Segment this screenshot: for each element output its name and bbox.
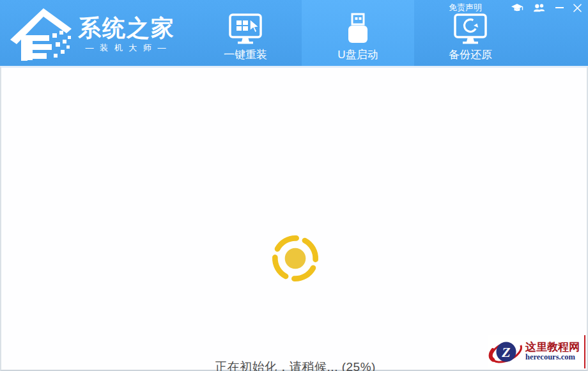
close-icon [573, 4, 582, 12]
loading-spinner-icon [265, 228, 326, 289]
graduation-cap-icon[interactable] [511, 3, 523, 13]
usb-drive-icon [339, 12, 376, 47]
watermark-z-logo-icon: Z [488, 336, 524, 368]
brand-house-logo-icon [9, 3, 73, 62]
minimize-button[interactable] [555, 7, 564, 8]
watermark-site-name: 这里教程网 [525, 342, 580, 354]
tab-usb-boot[interactable]: U盘启动 [302, 0, 414, 66]
brand-text: 系统之家 — 装 机 大 师 — [78, 15, 175, 54]
close-button[interactable] [573, 4, 582, 12]
app-window: 系统之家 — 装 机 大 师 — 一键重装 [0, 0, 588, 371]
brand: 系统之家 — 装 机 大 师 — [9, 3, 175, 62]
titlebar-controls: 免责声明 [449, 3, 582, 13]
users-icon[interactable] [533, 3, 546, 12]
brand-title: 系统之家 [78, 15, 175, 41]
watermark-site-url: herecours.com [525, 353, 580, 362]
watermark-right-border [584, 335, 585, 368]
minimize-icon [555, 7, 564, 8]
titlebar: 系统之家 — 装 机 大 师 — 一键重装 [0, 0, 588, 66]
watermark-logo-letter: Z [501, 344, 510, 360]
brand-subtitle: — 装 机 大 师 — [78, 42, 175, 54]
monitor-windows-icon [227, 12, 264, 47]
monitor-restore-icon [452, 12, 489, 47]
watermark: Z 这里教程网 herecours.com [488, 335, 585, 368]
disclaimer-link[interactable]: 免责声明 [449, 2, 482, 13]
watermark-text: 这里教程网 herecours.com [525, 342, 580, 362]
tab-label: 一键重装 [224, 49, 267, 60]
tab-label: U盘启动 [337, 49, 378, 60]
tab-onekey-reinstall[interactable]: 一键重装 [189, 0, 302, 66]
main-content: 正在初始化，请稍候... (25%) Z 这里教程网 herecours.com [0, 66, 588, 371]
tab-label: 备份还原 [449, 49, 492, 60]
